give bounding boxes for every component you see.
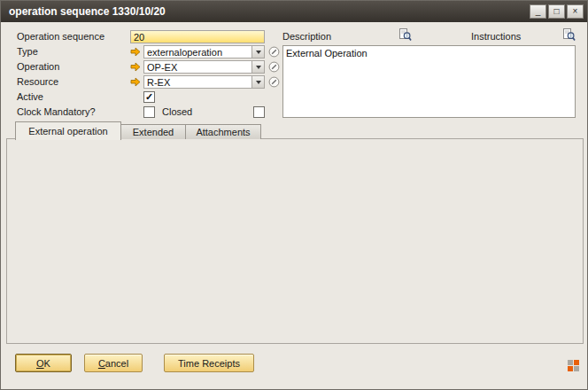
operation-select[interactable]: OP-EX	[143, 60, 265, 74]
link-arrow-icon[interactable]	[130, 47, 141, 57]
ok-button[interactable]: OK	[15, 354, 72, 372]
clock-mandatory-checkbox[interactable]	[143, 106, 155, 118]
edit-icon[interactable]	[268, 46, 280, 58]
maximize-button[interactable]: □	[548, 4, 565, 19]
resource-select[interactable]: R-EX	[143, 75, 265, 89]
dialog-body: Operation sequence Type externaloperatio…	[1, 22, 587, 389]
expand-editor-icon[interactable]	[563, 28, 576, 42]
instructions-label: Instructions	[471, 30, 521, 43]
window-controls: _ □ ×	[530, 4, 584, 19]
title-bar[interactable]: operation sequence 1330/10/20 _ □ ×	[1, 1, 587, 22]
tab-panel	[6, 138, 584, 344]
operation-sequence-window: operation sequence 1330/10/20 _ □ × Oper…	[0, 0, 588, 390]
expand-editor-icon[interactable]	[399, 28, 412, 42]
time-receipts-button-label: Time Receipts	[178, 358, 240, 369]
minimize-button[interactable]: _	[530, 4, 546, 19]
chevron-down-icon[interactable]	[251, 46, 264, 58]
cancel-button[interactable]: Cancel	[84, 354, 143, 372]
tab-label: External operation	[28, 126, 107, 136]
active-checkbox[interactable]	[143, 91, 155, 103]
resize-grip-icon[interactable]	[568, 360, 580, 372]
tab-label: Extended	[133, 127, 174, 137]
window-title: operation sequence 1330/10/20	[4, 5, 166, 18]
edit-icon[interactable]	[268, 76, 280, 88]
operation-sequence-label: Operation sequence	[17, 30, 104, 43]
close-button[interactable]: ×	[567, 4, 584, 19]
description-text: External Operation	[286, 48, 368, 58]
resource-label: Resource	[17, 75, 58, 89]
resource-value: R-EX	[144, 77, 251, 88]
ok-button-label: OK	[36, 358, 50, 369]
operation-label: Operation	[17, 60, 59, 74]
tab-extended[interactable]: Extended	[120, 124, 186, 139]
cancel-button-label: Cancel	[98, 358, 128, 369]
operation-sequence-input[interactable]	[130, 30, 265, 43]
type-select[interactable]: externaloperation	[143, 45, 265, 58]
tab-external-operation[interactable]: External operation	[15, 121, 121, 140]
active-label: Active	[17, 90, 43, 104]
description-label: Description	[282, 30, 331, 43]
closed-checkbox[interactable]	[253, 106, 265, 118]
type-value: externaloperation	[144, 47, 251, 58]
link-arrow-icon[interactable]	[130, 62, 141, 72]
chevron-down-icon[interactable]	[251, 76, 264, 88]
closed-label: Closed	[162, 105, 192, 119]
chevron-down-icon[interactable]	[251, 61, 264, 73]
type-label: Type	[17, 45, 38, 58]
tab-attachments[interactable]: Attachments	[185, 124, 261, 139]
operation-value: OP-EX	[144, 62, 251, 73]
time-receipts-button[interactable]: Time Receipts	[164, 354, 254, 372]
description-textarea[interactable]: External Operation	[282, 45, 576, 118]
edit-icon[interactable]	[268, 61, 280, 73]
link-arrow-icon[interactable]	[130, 77, 141, 87]
clock-mandatory-label: Clock Mandatory?	[17, 105, 96, 119]
tab-label: Attachments	[196, 127, 250, 137]
